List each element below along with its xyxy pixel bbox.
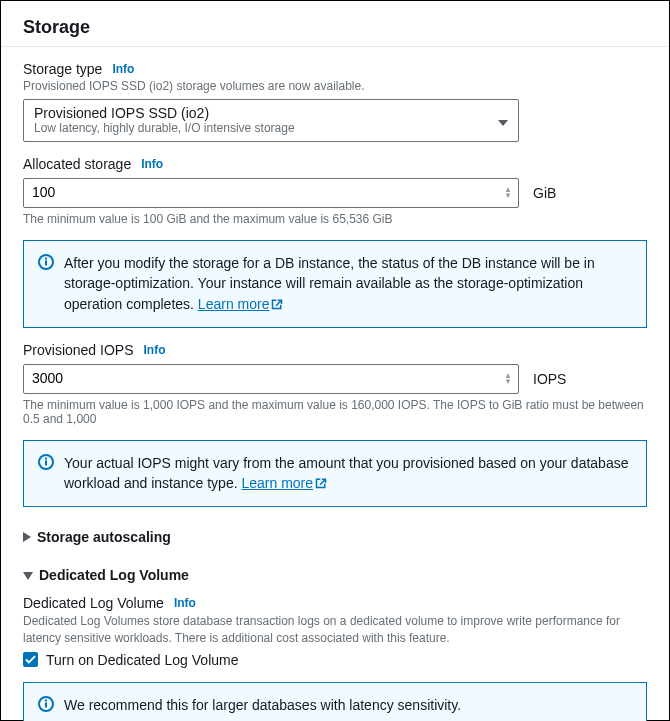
dlv-label: Dedicated Log Volume (23, 595, 164, 611)
alert-text: We recommend this for larger databases w… (64, 695, 461, 717)
svg-rect-8 (45, 699, 47, 701)
svg-rect-4 (45, 460, 47, 465)
storage-type-field: Storage type Info Provisioned IOPS SSD (… (23, 61, 647, 142)
storage-type-selected: Provisioned IOPS SSD (io2) (34, 105, 508, 121)
dedicated-log-volume-expander[interactable]: Dedicated Log Volume (23, 559, 647, 591)
allocated-storage-label: Allocated storage (23, 156, 131, 172)
dlv-section-title: Dedicated Log Volume (39, 567, 189, 583)
dlv-recommendation-alert: We recommend this for larger databases w… (23, 682, 647, 721)
learn-more-link[interactable]: Learn more (241, 475, 327, 491)
svg-rect-7 (45, 702, 47, 707)
external-link-icon (271, 295, 283, 315)
allocated-storage-input-wrapper: ▲ ▼ (23, 178, 519, 208)
storage-autoscaling-expander[interactable]: Storage autoscaling (23, 521, 647, 553)
dlv-checkbox-row: Turn on Dedicated Log Volume (23, 652, 647, 668)
alert-text: After you modify the storage for a DB in… (64, 255, 595, 312)
iops-vary-alert: Your actual IOPS might vary from the amo… (23, 440, 647, 508)
dlv-checkbox[interactable] (23, 652, 38, 667)
learn-more-link[interactable]: Learn more (198, 296, 284, 312)
allocated-storage-input[interactable] (32, 184, 490, 200)
svg-rect-2 (45, 258, 47, 260)
storage-autoscaling-title: Storage autoscaling (37, 529, 171, 545)
storage-type-availability: Provisioned IOPS SSD (io2) storage volum… (23, 79, 647, 93)
dlv-description: Dedicated Log Volumes store database tra… (23, 613, 647, 645)
dlv-checkbox-label: Turn on Dedicated Log Volume (46, 652, 239, 668)
dlv-info-link[interactable]: Info (174, 596, 196, 610)
panel-body: Storage type Info Provisioned IOPS SSD (… (1, 47, 669, 721)
triangle-right-icon (23, 529, 31, 545)
alert-text: Your actual IOPS might vary from the amo… (64, 455, 628, 491)
allocated-storage-field: Allocated storage Info ▲ ▼ GiB The minim… (23, 156, 647, 226)
triangle-down-icon (23, 567, 33, 583)
storage-type-select[interactable]: Provisioned IOPS SSD (io2) Low latency, … (23, 99, 519, 142)
svg-rect-5 (45, 457, 47, 459)
storage-type-selected-sub: Low latency, highly durable, I/O intensi… (34, 121, 508, 135)
panel-title: Storage (1, 1, 669, 47)
external-link-icon (315, 474, 327, 494)
svg-rect-1 (45, 261, 47, 266)
allocated-storage-stepper[interactable]: ▲ ▼ (504, 187, 512, 199)
alert-content: After you modify the storage for a DB in… (64, 253, 632, 315)
allocated-storage-unit: GiB (533, 185, 556, 201)
provisioned-iops-input-wrapper: ▲ ▼ (23, 364, 519, 394)
provisioned-iops-unit: IOPS (533, 371, 566, 387)
provisioned-iops-info-link[interactable]: Info (144, 343, 166, 357)
check-icon (25, 654, 36, 665)
allocated-storage-info-link[interactable]: Info (141, 157, 163, 171)
storage-optimization-alert: After you modify the storage for a DB in… (23, 240, 647, 328)
dlv-section: Dedicated Log Volume Info Dedicated Log … (23, 595, 647, 667)
provisioned-iops-helper: The minimum value is 1,000 IOPS and the … (23, 398, 647, 426)
chevron-down-icon: ▼ (504, 379, 512, 385)
provisioned-iops-label: Provisioned IOPS (23, 342, 134, 358)
storage-panel: Storage Storage type Info Provisioned IO… (0, 0, 670, 721)
storage-type-label: Storage type (23, 61, 102, 77)
info-icon (38, 254, 54, 315)
allocated-storage-helper: The minimum value is 100 GiB and the max… (23, 212, 647, 226)
caret-down-icon (498, 113, 508, 129)
storage-type-info-link[interactable]: Info (112, 62, 134, 76)
provisioned-iops-input[interactable] (32, 370, 490, 386)
info-icon (38, 454, 54, 495)
provisioned-iops-stepper[interactable]: ▲ ▼ (504, 373, 512, 385)
info-icon (38, 696, 54, 717)
provisioned-iops-field: Provisioned IOPS Info ▲ ▼ IOPS The minim… (23, 342, 647, 426)
chevron-down-icon: ▼ (504, 193, 512, 199)
alert-content: Your actual IOPS might vary from the amo… (64, 453, 632, 495)
